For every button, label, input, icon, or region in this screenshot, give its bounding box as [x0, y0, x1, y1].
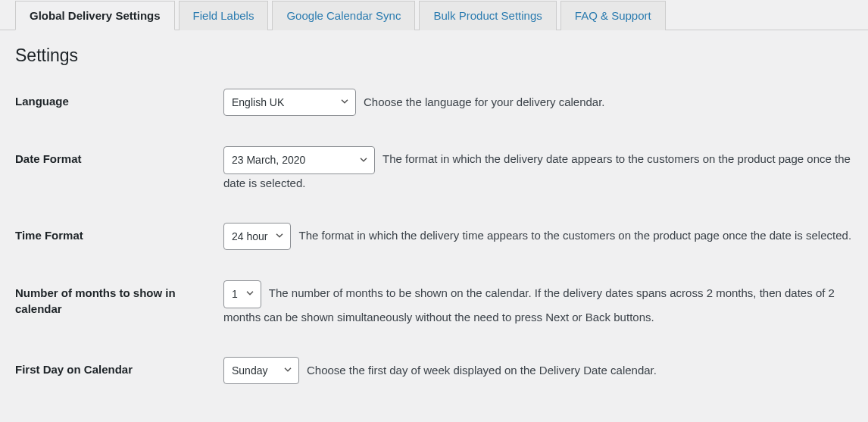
select-first-day-value: Sunday — [232, 362, 267, 379]
select-first-day[interactable]: Sunday — [223, 357, 299, 384]
field-language: English UK Choose the language for your … — [223, 89, 853, 116]
page-title: Settings — [15, 45, 853, 66]
tab-field-labels[interactable]: Field Labels — [179, 1, 269, 30]
settings-content: Settings Language English UK Choose the … — [0, 30, 868, 384]
label-language: Language — [15, 89, 223, 109]
field-date-format: 23 March, 2020 The format in which the d… — [223, 146, 853, 192]
select-months[interactable]: 1 — [223, 280, 261, 308]
field-months: 1 The number of months to be shown on th… — [223, 280, 853, 326]
field-time-format: 24 hour The format in which the delivery… — [223, 223, 853, 250]
tabs-nav: Global Delivery Settings Field Labels Go… — [0, 0, 868, 30]
select-date-format-value: 23 March, 2020 — [232, 152, 305, 168]
label-months: Number of months to show in calendar — [15, 280, 223, 317]
settings-form: Language English UK Choose the language … — [15, 89, 853, 384]
chevron-down-icon — [359, 152, 368, 168]
row-time-format: Time Format 24 hour The format in which … — [15, 223, 853, 250]
select-language[interactable]: English UK — [223, 89, 356, 116]
select-months-value: 1 — [232, 286, 238, 302]
chevron-down-icon — [283, 362, 292, 379]
label-date-format: Date Format — [15, 146, 223, 167]
tab-google-calendar-sync[interactable]: Google Calendar Sync — [272, 1, 415, 30]
select-time-format[interactable]: 24 hour — [223, 223, 291, 250]
row-months: Number of months to show in calendar 1 T… — [15, 280, 853, 326]
desc-first-day: Choose the first day of week displayed o… — [307, 361, 853, 380]
label-first-day: First Day on Calendar — [15, 357, 223, 377]
field-first-day: Sunday Choose the first day of week disp… — [223, 357, 853, 384]
chevron-down-icon — [245, 286, 254, 302]
desc-time-format: The format in which the delivery time ap… — [298, 229, 851, 242]
chevron-down-icon — [340, 94, 349, 111]
tab-bulk-product-settings[interactable]: Bulk Product Settings — [419, 1, 556, 30]
chevron-down-icon — [275, 228, 284, 245]
desc-language: Choose the language for your delivery ca… — [364, 93, 853, 111]
tab-global-delivery-settings[interactable]: Global Delivery Settings — [15, 1, 175, 30]
tab-faq-support[interactable]: FAQ & Support — [560, 1, 666, 30]
select-date-format[interactable]: 23 March, 2020 — [223, 146, 375, 173]
desc-months: The number of months to be shown on the … — [223, 286, 835, 323]
row-first-day: First Day on Calendar Sunday Choose the … — [15, 357, 853, 384]
label-time-format: Time Format — [15, 223, 223, 243]
select-time-format-value: 24 hour — [232, 228, 267, 245]
row-date-format: Date Format 23 March, 2020 The format in… — [15, 146, 853, 192]
select-language-value: English UK — [232, 94, 284, 111]
row-language: Language English UK Choose the language … — [15, 89, 853, 116]
